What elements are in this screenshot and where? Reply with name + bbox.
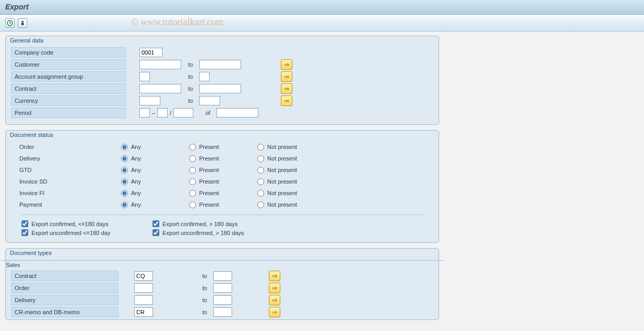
status-row-invoice-fi: Invoice FI Any Present Not present [11, 187, 433, 199]
application-toolbar: © www.tutorialkart.com [0, 15, 644, 31]
label-sales-contract: Contract [11, 271, 118, 281]
radio-not-present[interactable]: Not present [257, 190, 336, 197]
sales-delivery-to-input[interactable] [213, 295, 232, 305]
label-acct-group: Account assignment group [11, 71, 126, 82]
arrow-right-icon: ⇨ [285, 61, 289, 68]
group-title-general: General data [10, 37, 43, 44]
content-area: General data Company code Customer to ⇨ … [0, 31, 644, 324]
checkbox[interactable] [152, 229, 159, 236]
checkbox[interactable] [21, 220, 28, 227]
currency-to-input[interactable] [199, 96, 220, 105]
label-to: to [186, 98, 195, 104]
radio-present[interactable]: Present [189, 178, 257, 185]
radio-any[interactable]: Any [121, 144, 189, 151]
subgroup-sales: Sales Contract to ⇨ Order to ⇨ [1, 260, 444, 319]
sales-memo-to-input[interactable] [213, 307, 232, 317]
radio-present[interactable]: Present [189, 144, 257, 151]
acct-from-input[interactable] [139, 72, 150, 81]
status-label: Payment [11, 201, 121, 208]
separator [21, 215, 423, 215]
radio-any[interactable]: Any [121, 167, 189, 174]
label-to: to [186, 86, 195, 92]
label-to: to [200, 297, 209, 303]
chk-export-confirmed-gt180[interactable]: Export confirmed, > 180 days [152, 220, 263, 227]
currency-range-button[interactable]: ⇨ [281, 95, 292, 106]
label-to: to [200, 309, 209, 315]
radio-any[interactable]: Any [121, 178, 189, 185]
watermark-text: © www.tutorialkart.com [131, 17, 223, 28]
radio-present[interactable]: Present [189, 190, 257, 197]
customer-to-input[interactable] [199, 60, 241, 69]
period-to-mm-input[interactable] [157, 108, 168, 118]
status-label: Delivery [11, 155, 121, 162]
group-document-types: Document types Sales Contract to ⇨ Order… [5, 248, 439, 320]
radio-any[interactable]: Any [121, 155, 189, 162]
radio-any[interactable]: Any [121, 190, 189, 197]
chk-export-confirmed-le180[interactable]: Export confirmed, <=180 days [21, 220, 132, 227]
company-code-input[interactable] [139, 48, 162, 57]
currency-from-input[interactable] [139, 96, 160, 105]
radio-not-present[interactable]: Not present [257, 201, 336, 208]
sales-contract-from-input[interactable] [134, 271, 153, 281]
radio-not-present[interactable]: Not present [257, 155, 336, 162]
label-currency: Currency [11, 95, 126, 106]
sales-contract-to-input[interactable] [213, 271, 232, 281]
sales-memo-from-input[interactable] [134, 307, 153, 317]
label-sales-delivery: Delivery [11, 295, 118, 305]
row-acct-group: Account assignment group to ⇨ [11, 71, 433, 82]
label-to: to [200, 273, 209, 279]
sales-delivery-range-button[interactable]: ⇨ [269, 295, 280, 305]
contract-range-button[interactable]: ⇨ [281, 83, 292, 94]
label-company-code: Company code [11, 47, 126, 58]
sales-order-from-input[interactable] [134, 283, 153, 293]
info-icon [19, 20, 26, 26]
radio-any[interactable]: Any [121, 201, 189, 208]
label-to: to [186, 61, 195, 68]
acct-range-button[interactable]: ⇨ [281, 71, 292, 82]
row-period: Period – / of [11, 107, 433, 119]
title-bar: Export [0, 0, 644, 15]
acct-to-input[interactable] [199, 72, 210, 81]
radio-present[interactable]: Present [189, 167, 257, 174]
svg-rect-1 [21, 21, 24, 22]
arrow-right-icon: ⇨ [285, 98, 289, 104]
sales-order-to-input[interactable] [213, 283, 232, 293]
row-company-code: Company code [11, 47, 433, 58]
radio-present[interactable]: Present [189, 201, 257, 208]
label-of: of [203, 110, 212, 116]
period-of-input[interactable] [216, 108, 258, 118]
radio-not-present[interactable]: Not present [257, 144, 336, 151]
sales-order-range-button[interactable]: ⇨ [269, 283, 280, 293]
page-title: Export [5, 3, 639, 11]
radio-not-present[interactable]: Not present [257, 178, 336, 185]
checkbox[interactable] [21, 229, 28, 236]
info-button[interactable] [18, 18, 27, 28]
sales-memo-range-button[interactable]: ⇨ [269, 307, 280, 317]
customer-from-input[interactable] [139, 60, 181, 69]
period-year-input[interactable] [173, 108, 193, 118]
chk-export-unconfirmed-le180[interactable]: Export unconfirmed <=180 day [21, 229, 132, 236]
checkbox[interactable] [152, 220, 159, 227]
status-row-invoice-sd: Invoice SD Any Present Not present [11, 176, 433, 187]
dash: – [150, 110, 157, 116]
radio-present[interactable]: Present [189, 155, 257, 162]
execute-button[interactable] [5, 18, 15, 28]
sales-delivery-from-input[interactable] [134, 295, 153, 305]
period-from-mm-input[interactable] [139, 108, 150, 118]
arrow-right-icon: ⇨ [272, 273, 277, 280]
contract-to-input[interactable] [199, 84, 241, 93]
chk-export-unconfirmed-gt180[interactable]: Export unconfirmed, > 180 days [152, 229, 263, 236]
status-label: Order [11, 144, 121, 150]
status-row-payment: Payment Any Present Not present [11, 199, 433, 210]
group-title-types: Document types [10, 250, 51, 256]
arrow-right-icon: ⇨ [272, 285, 277, 292]
status-row-order: Order Any Present Not present [11, 141, 433, 153]
arrow-right-icon: ⇨ [272, 297, 277, 304]
row-sales-delivery: Delivery to ⇨ [11, 294, 439, 306]
customer-range-button[interactable]: ⇨ [281, 59, 292, 70]
arrow-right-icon: ⇨ [285, 73, 289, 80]
radio-not-present[interactable]: Not present [257, 167, 336, 174]
sales-contract-range-button[interactable]: ⇨ [269, 271, 280, 281]
row-customer: Customer to ⇨ [11, 59, 433, 70]
contract-from-input[interactable] [139, 84, 181, 93]
